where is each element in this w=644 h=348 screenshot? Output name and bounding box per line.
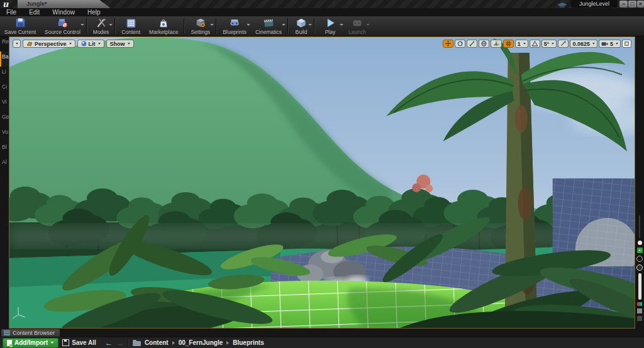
settings-button[interactable]: Settings — [186, 16, 214, 36]
content-browser-toolbar: Add/Import Save All ← → Content 00_FernJ… — [0, 337, 644, 348]
search-icon[interactable] — [636, 264, 643, 271]
place-actors-tab-visual-effects[interactable]: Vi — [0, 97, 9, 112]
menu-bar: File Edit Window Help — [0, 8, 644, 16]
tutorial-cap-icon[interactable] — [557, 1, 567, 8]
restore-button[interactable]: □ — [628, 1, 636, 8]
level-viewport[interactable]: Perspective Lit Show — [9, 36, 635, 329]
grid-snap-value-button[interactable]: 1 — [515, 40, 528, 48]
dropdown-caret-icon[interactable] — [366, 24, 370, 26]
play-button[interactable]: Play — [316, 16, 344, 36]
marketplace-icon — [157, 17, 170, 29]
cinematics-button[interactable]: Cinematics — [251, 16, 286, 36]
right-dock-strip: + — [635, 36, 644, 329]
show-flags-button[interactable]: Show — [106, 40, 134, 48]
save-current-icon — [13, 17, 27, 29]
place-actors-tab-all-classes[interactable]: Al — [0, 157, 9, 172]
project-tab[interactable]: Jungle* — [18, 0, 111, 8]
launch-icon — [350, 17, 365, 29]
toolbar-separator — [287, 18, 289, 34]
dropdown-caret-icon[interactable] — [109, 24, 113, 26]
viewport-options-button[interactable] — [13, 40, 21, 48]
chevron-down-icon — [523, 43, 526, 45]
modes-button[interactable]: Modes — [89, 16, 114, 36]
forward-arrow-icon[interactable]: → — [116, 339, 124, 347]
dropdown-caret-icon[interactable] — [247, 24, 250, 26]
place-actors-tab-volumes[interactable]: Vo — [0, 127, 9, 142]
dock-square-icon[interactable] — [637, 316, 642, 321]
angle-snap-value-button[interactable]: 5° — [541, 40, 557, 48]
dropdown-caret-icon[interactable] — [210, 24, 214, 26]
scrollbar-thumb[interactable] — [638, 273, 641, 300]
place-actors-tab-blueprints[interactable]: Bl — [0, 142, 9, 157]
search-icon[interactable] — [636, 256, 643, 262]
back-arrow-icon[interactable]: ← — [105, 339, 113, 347]
toolbar-separator — [86, 18, 87, 34]
angle-snap-toggle[interactable] — [530, 40, 540, 48]
dropdown-caret-icon[interactable] — [282, 24, 286, 26]
camera-speed-icon — [601, 41, 608, 46]
menu-window[interactable]: Window — [46, 8, 81, 16]
content-browser-icon — [4, 330, 10, 335]
minimize-button[interactable]: – — [619, 1, 628, 8]
menu-help[interactable]: Help — [81, 8, 107, 16]
dock-scrollbar[interactable] — [639, 215, 640, 238]
breadcrumb-content[interactable]: Content — [145, 339, 169, 346]
toolbar-separator — [128, 339, 129, 347]
modes-icon — [94, 17, 108, 29]
rotate-tool-button[interactable] — [455, 40, 465, 48]
folder-icon — [133, 341, 141, 346]
place-actors-tab-recently-placed[interactable]: Re — [0, 36, 9, 52]
launch-button[interactable]: Launch — [344, 16, 370, 36]
bottom-tab-row: Content Browser — [0, 329, 644, 337]
chevron-down-icon — [50, 342, 54, 344]
chevron-down-icon — [128, 43, 130, 45]
chevron-down-icon — [592, 43, 595, 45]
content-button[interactable]: Content — [117, 16, 145, 36]
lit-mode-button[interactable]: Lit — [77, 40, 104, 48]
dock-square-icon[interactable] — [637, 308, 642, 313]
breadcrumb-arrow-icon — [172, 341, 175, 345]
place-actors-tab-cinematic[interactable]: Ci — [0, 82, 9, 97]
close-button[interactable]: × — [637, 1, 644, 8]
blueprints-button[interactable]: Blueprints — [218, 16, 251, 36]
dropdown-caret-icon[interactable] — [308, 24, 312, 26]
save-all-button[interactable]: Save All — [62, 339, 96, 346]
place-actors-tab-basic[interactable]: Ba — [0, 52, 9, 67]
color-channels-icon[interactable] — [637, 302, 642, 306]
menu-file[interactable]: File — [0, 8, 23, 16]
add-import-icon — [7, 340, 12, 346]
save-current-button[interactable]: Save Current — [0, 16, 40, 36]
scale-snap-value-button[interactable]: 0.0625 — [570, 40, 597, 48]
maximize-viewport-button[interactable] — [622, 40, 631, 48]
chevron-down-icon — [98, 43, 101, 45]
scale-snap-toggle[interactable] — [558, 40, 569, 48]
source-control-button[interactable]: Source Control — [40, 16, 85, 36]
world-space-toggle[interactable] — [479, 40, 489, 48]
rotate-tool-icon — [457, 41, 463, 46]
dock-dot-icon[interactable] — [638, 241, 642, 245]
place-actors-tab-lights[interactable]: Li — [0, 67, 9, 82]
perspective-button[interactable]: Perspective — [23, 40, 75, 48]
move-tool-button[interactable] — [443, 40, 453, 48]
breadcrumb-blueprints[interactable]: Blueprints — [233, 339, 264, 346]
content-browser-tab[interactable]: Content Browser — [1, 329, 60, 337]
surface-snap-toggle[interactable] — [491, 40, 502, 48]
dropdown-caret-icon[interactable] — [80, 24, 84, 26]
viewport-3d-scene[interactable] — [9, 37, 635, 328]
breadcrumb-arrow-icon — [226, 341, 229, 345]
grid-snap-toggle[interactable] — [503, 40, 514, 48]
menu-edit[interactable]: Edit — [23, 8, 46, 16]
cinematics-icon — [261, 17, 276, 29]
world-space-icon — [481, 41, 487, 46]
breadcrumb-fernjungle[interactable]: 00_FernJungle — [179, 339, 223, 346]
build-button[interactable]: Build — [290, 16, 313, 36]
scale-tool-button[interactable] — [467, 40, 477, 48]
ue-logo: u — [3, 0, 8, 8]
dropdown-caret-icon[interactable] — [340, 24, 343, 26]
camera-speed-button[interactable]: 5 — [599, 40, 621, 48]
marketplace-button[interactable]: Marketplace — [145, 16, 182, 36]
toolbar-separator — [314, 18, 315, 34]
place-actors-tab-geometry[interactable]: Ge — [0, 112, 9, 127]
add-import-button[interactable]: Add/Import — [3, 338, 58, 348]
add-button-mini[interactable]: + — [637, 247, 643, 253]
